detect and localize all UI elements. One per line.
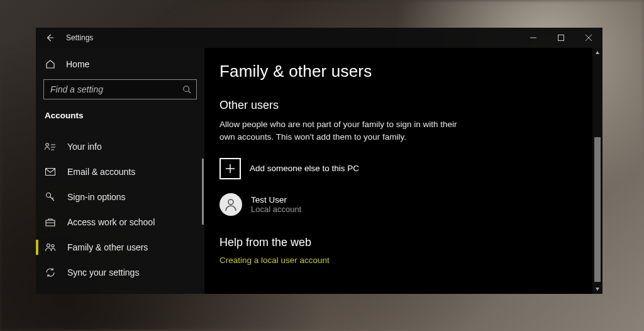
sidebar-item-email-accounts[interactable]: Email & accounts	[36, 159, 204, 184]
sidebar-item-label: Sync your settings	[67, 267, 139, 278]
sidebar-item-sign-in-options[interactable]: Sign-in options	[36, 184, 204, 210]
category-heading: Accounts	[36, 99, 204, 125]
window-title: Settings	[64, 33, 93, 42]
help-link[interactable]: Creating a local user account	[219, 255, 587, 265]
minimize-button[interactable]	[519, 28, 547, 48]
sidebar-item-label: Email & accounts	[67, 167, 135, 177]
close-button[interactable]	[575, 28, 602, 48]
svg-point-7	[52, 245, 54, 247]
svg-point-1	[184, 86, 189, 92]
search-box[interactable]	[43, 79, 197, 99]
svg-point-6	[47, 244, 50, 247]
avatar	[219, 193, 242, 216]
person-icon	[223, 197, 238, 212]
sidebar: Home Accounts	[36, 48, 204, 294]
sidebar-scrollbar-thumb[interactable]	[202, 159, 204, 225]
other-users-description: Allow people who are not part of your fa…	[219, 118, 458, 144]
add-user-label: Add someone else to this PC	[250, 164, 359, 173]
content-scrollbar[interactable]	[592, 48, 602, 294]
settings-window: Settings Home	[36, 28, 602, 294]
close-icon	[586, 35, 592, 41]
svg-rect-0	[558, 35, 564, 41]
back-button[interactable]	[36, 28, 64, 48]
email-icon	[45, 166, 56, 177]
user-account-item[interactable]: Test User Local account	[219, 193, 587, 216]
sidebar-item-family-other-users[interactable]: Family & other users	[36, 235, 204, 260]
nav-list: Your info Email & accounts	[36, 134, 204, 285]
key-icon	[45, 191, 56, 203]
search-input[interactable]	[50, 84, 182, 94]
svg-point-8	[228, 199, 233, 205]
sync-icon	[45, 267, 56, 278]
other-users-heading: Other users	[219, 99, 587, 112]
home-label: Home	[66, 59, 89, 69]
content-area: Family & other users Other users Allow p…	[204, 48, 602, 294]
arrow-left-icon	[45, 33, 54, 42]
sidebar-item-your-info[interactable]: Your info	[36, 134, 204, 159]
plus-icon	[219, 158, 241, 179]
your-info-icon	[45, 141, 56, 152]
search-icon	[182, 85, 191, 94]
briefcase-icon	[45, 216, 56, 228]
sidebar-item-label: Sign-in options	[67, 192, 126, 202]
maximize-icon	[558, 35, 564, 41]
people-icon	[45, 242, 56, 253]
user-account-type: Local account	[251, 205, 301, 214]
scroll-down-arrow[interactable]	[592, 284, 602, 294]
svg-point-4	[47, 193, 51, 198]
page-title: Family & other users	[219, 62, 587, 81]
titlebar: Settings	[36, 28, 602, 48]
help-heading: Help from the web	[219, 236, 587, 249]
sidebar-item-sync-settings[interactable]: Sync your settings	[36, 260, 204, 285]
content-scrollbar-thumb[interactable]	[594, 137, 601, 282]
scroll-up-arrow[interactable]	[592, 48, 602, 58]
user-name: Test User	[251, 195, 301, 205]
svg-point-2	[46, 143, 48, 146]
sidebar-item-label: Access work or school	[67, 217, 155, 227]
minimize-icon	[530, 35, 536, 41]
home-icon	[45, 59, 56, 70]
home-button[interactable]: Home	[36, 53, 204, 76]
add-user-button[interactable]: Add someone else to this PC	[219, 158, 587, 179]
sidebar-item-label: Your info	[67, 142, 102, 152]
maximize-button[interactable]	[547, 28, 575, 48]
sidebar-item-label: Family & other users	[67, 242, 148, 252]
sidebar-item-access-work-school[interactable]: Access work or school	[36, 210, 204, 235]
